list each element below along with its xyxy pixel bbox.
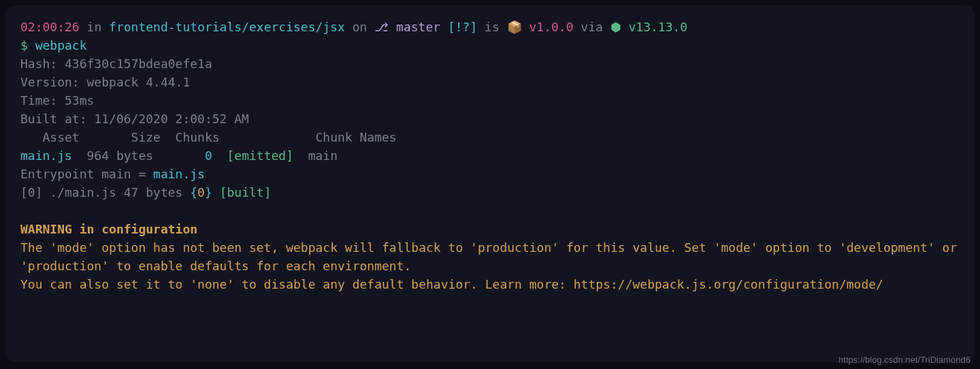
prompt-package-version: v1.0.0 xyxy=(522,20,574,34)
prompt-git-status: [!?] xyxy=(448,20,477,34)
module-built: [built] xyxy=(212,185,272,199)
prompt-on: on xyxy=(345,20,374,34)
output-entrypoint: Entrypoint main = main.js xyxy=(20,165,960,183)
command-line[interactable]: $ webpack xyxy=(20,36,960,54)
asset-name: main.js xyxy=(20,148,72,163)
output-version: Version: webpack 4.44.1 xyxy=(20,73,960,91)
command-text: webpack xyxy=(35,38,87,52)
warning-body: The 'mode' option has not been set, webp… xyxy=(20,238,960,293)
prompt-branch: master xyxy=(389,20,448,34)
prompt-line: 02:00:26 in frontend-tutorials/exercises… xyxy=(20,18,960,36)
git-branch-icon: ⎇ xyxy=(374,20,389,34)
module-chunk-num: 0 xyxy=(197,185,205,199)
asset-chunk-name: main xyxy=(293,148,338,163)
package-icon: 📦 xyxy=(507,20,522,34)
warning-title: WARNING in configuration xyxy=(20,220,960,238)
output-time: Time: 53ms xyxy=(20,91,960,110)
module-brace-close: } xyxy=(205,185,212,199)
module-path: ./main.js 47 bytes xyxy=(43,185,191,199)
output-asset-row: main.js 964 bytes 0 [emitted] main xyxy=(20,146,960,165)
prompt-path: frontend-tutorials/exercises/jsx xyxy=(109,20,345,34)
blank-line xyxy=(20,202,960,220)
prompt-symbol: $ xyxy=(20,38,35,52)
asset-chunk-id: 0 xyxy=(205,148,212,163)
node-icon: ⬢ xyxy=(610,20,629,34)
asset-size: 964 bytes xyxy=(72,148,205,163)
watermark: https://blog.csdn.net/TriDiamond6 xyxy=(838,353,970,367)
prompt-in: in xyxy=(80,20,109,34)
module-brace-open: { xyxy=(190,185,197,199)
module-id: [0] xyxy=(20,185,43,199)
prompt-time: 02:00:26 xyxy=(20,20,80,34)
prompt-node-version: v13.13.0 xyxy=(629,20,688,34)
output-hash: Hash: 436f30c157bdea0efe1a xyxy=(20,54,960,73)
output-built-at: Built at: 11/06/2020 2:00:52 AM xyxy=(20,110,960,128)
prompt-is: is xyxy=(477,20,506,34)
entrypoint-label: Entrypoint main = xyxy=(20,167,153,181)
entrypoint-file: main.js xyxy=(153,167,205,181)
terminal-window: 02:00:26 in frontend-tutorials/exercises… xyxy=(5,5,975,362)
prompt-via: via xyxy=(573,20,610,34)
output-table-header: Asset Size Chunks Chunk Names xyxy=(20,128,960,146)
asset-emitted: [emitted] xyxy=(212,148,293,163)
output-module-row: [0] ./main.js 47 bytes {0} [built] xyxy=(20,183,960,202)
